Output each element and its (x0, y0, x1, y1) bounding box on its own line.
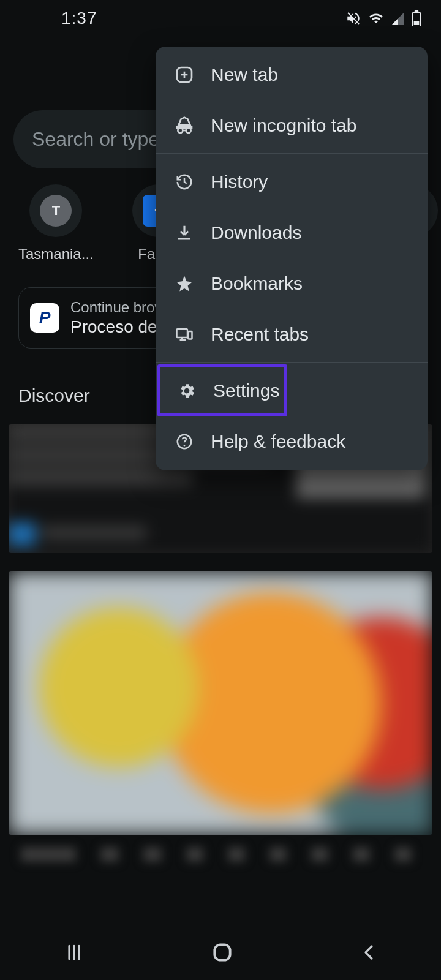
menu-separator (156, 362, 428, 363)
svg-rect-5 (188, 331, 192, 339)
menu-label: History (211, 172, 268, 192)
feed-card (9, 847, 432, 868)
menu-label: Bookmarks (211, 273, 303, 294)
menu-history[interactable]: History (156, 156, 428, 207)
plus-box-icon (174, 64, 195, 85)
menu-bookmarks[interactable]: Bookmarks (156, 258, 428, 309)
status-time: 1:37 (20, 9, 97, 28)
history-icon (174, 172, 195, 192)
shortcut-item[interactable]: T Tasmania... (18, 184, 94, 263)
devices-icon (174, 324, 195, 345)
download-icon (174, 222, 195, 243)
svg-rect-4 (177, 329, 188, 337)
menu-label: New tab (211, 64, 278, 85)
feed-card[interactable] (9, 571, 432, 835)
shortcut-favicon: T (29, 184, 82, 237)
gear-icon (176, 380, 197, 401)
overflow-menu: New tab New incognito tab History Downlo… (156, 47, 428, 470)
menu-new-tab[interactable]: New tab (156, 49, 428, 100)
help-icon (174, 431, 195, 452)
menu-label: Downloads (211, 222, 301, 243)
svg-rect-2 (414, 21, 420, 25)
system-nav-bar (0, 925, 441, 980)
menu-recent-tabs[interactable]: Recent tabs (156, 309, 428, 360)
menu-label: New incognito tab (211, 115, 356, 136)
back-button[interactable] (360, 942, 378, 963)
menu-new-incognito-tab[interactable]: New incognito tab (156, 100, 428, 151)
battery-icon (412, 10, 421, 26)
star-icon (174, 273, 195, 294)
menu-separator (156, 153, 428, 154)
incognito-icon (174, 115, 195, 136)
paypal-icon: P (30, 303, 59, 333)
menu-label: Help & feedback (211, 431, 345, 452)
shortcut-label: Tasmania... (18, 246, 94, 263)
recents-button[interactable] (63, 943, 85, 962)
menu-downloads[interactable]: Downloads (156, 207, 428, 258)
home-button[interactable] (211, 941, 234, 964)
menu-settings[interactable]: Settings (158, 365, 287, 416)
status-icons (345, 10, 421, 26)
menu-label: Settings (213, 380, 279, 401)
status-bar: 1:37 (0, 0, 441, 37)
menu-label: Recent tabs (211, 324, 309, 345)
svg-rect-8 (214, 944, 230, 960)
mute-icon (345, 10, 361, 26)
svg-point-7 (184, 445, 186, 447)
menu-help-feedback[interactable]: Help & feedback (156, 416, 428, 467)
signal-icon (391, 11, 405, 26)
wifi-icon (368, 11, 385, 26)
